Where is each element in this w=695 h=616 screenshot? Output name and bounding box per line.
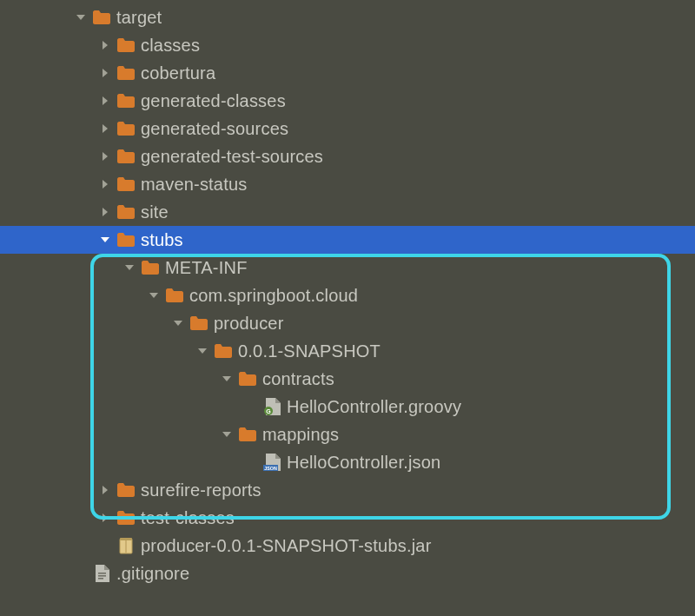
- file-icon: [92, 564, 111, 583]
- tree-row[interactable]: producer-0.0.1-SNAPSHOT-stubs.jar: [0, 532, 695, 560]
- folder-icon: [92, 8, 111, 27]
- jar-icon: [116, 536, 136, 555]
- groovy-icon: G: [262, 397, 281, 416]
- chevron-down-icon[interactable]: [73, 10, 89, 25]
- tree-item-label: target: [116, 8, 162, 28]
- chevron-right-icon[interactable]: [97, 482, 113, 498]
- tree-item-label: generated-sources: [141, 119, 288, 139]
- folder-icon: [116, 119, 136, 138]
- json-icon: JSON: [262, 453, 281, 472]
- tree-row[interactable]: producer: [0, 309, 695, 337]
- tree-item-label: maven-status: [141, 175, 247, 195]
- tree-row[interactable]: GHelloController.groovy: [0, 393, 695, 421]
- tree-item-label: HelloController.json: [287, 453, 440, 473]
- tree-row[interactable]: com.springboot.cloud: [0, 282, 695, 309]
- tree-item-label: 0.0.1-SNAPSHOT: [238, 341, 381, 361]
- svg-rect-8: [98, 575, 106, 577]
- svg-rect-7: [98, 573, 106, 574]
- svg-rect-6: [125, 540, 127, 553]
- chevron-down-icon[interactable]: [195, 343, 210, 359]
- folder-icon: [116, 480, 136, 500]
- tree-item-label: META-INF: [165, 258, 248, 278]
- folder-icon: [116, 63, 136, 83]
- tree-item-label: stubs: [141, 230, 183, 250]
- svg-text:JSON: JSON: [264, 466, 277, 471]
- tree-item-label: contracts: [262, 369, 334, 389]
- svg-text:G: G: [266, 408, 271, 414]
- folder-icon: [116, 36, 136, 55]
- tree-item-label: surefire-reports: [141, 480, 261, 500]
- tree-item-label: generated-test-sources: [141, 147, 323, 167]
- folder-icon: [214, 341, 233, 361]
- tree-row[interactable]: META-INF: [0, 254, 695, 282]
- chevron-right-icon[interactable]: [97, 37, 113, 53]
- chevron-right-icon[interactable]: [97, 121, 113, 136]
- tree-row[interactable]: generated-sources: [0, 115, 695, 142]
- tree-row[interactable]: classes: [0, 31, 695, 59]
- tree-row[interactable]: JSONHelloController.json: [0, 448, 695, 476]
- folder-icon: [165, 286, 184, 305]
- folder-icon: [116, 508, 136, 527]
- tree-item-label: cobertura: [141, 63, 215, 83]
- tree-item-label: classes: [141, 36, 200, 56]
- tree-item-label: producer: [214, 314, 284, 334]
- project-tree: targetclassescoberturagenerated-classesg…: [0, 0, 695, 587]
- tree-row[interactable]: .gitignore: [0, 560, 695, 587]
- folder-icon: [116, 230, 136, 249]
- chevron-down-icon[interactable]: [97, 232, 113, 248]
- folder-icon: [238, 369, 257, 388]
- tree-item-label: com.springboot.cloud: [189, 286, 358, 306]
- tree-row[interactable]: 0.0.1-SNAPSHOT: [0, 337, 695, 365]
- folder-icon: [116, 91, 136, 110]
- tree-item-label: test-classes: [141, 508, 235, 528]
- chevron-down-icon[interactable]: [219, 427, 235, 442]
- chevron-right-icon[interactable]: [97, 176, 113, 192]
- chevron-down-icon[interactable]: [122, 260, 137, 275]
- tree-row[interactable]: generated-classes: [0, 87, 695, 115]
- folder-icon: [238, 425, 257, 444]
- folder-icon: [141, 258, 160, 277]
- chevron-down-icon[interactable]: [219, 371, 235, 387]
- tree-row[interactable]: test-classes: [0, 504, 695, 532]
- svg-rect-9: [98, 578, 103, 580]
- tree-row[interactable]: stubs: [0, 226, 695, 254]
- tree-item-label: site: [141, 202, 169, 222]
- tree-row[interactable]: surefire-reports: [0, 476, 695, 504]
- chevron-right-icon[interactable]: [97, 65, 113, 81]
- tree-row[interactable]: contracts: [0, 365, 695, 393]
- tree-row[interactable]: target: [0, 3, 695, 31]
- tree-row[interactable]: generated-test-sources: [0, 142, 695, 170]
- folder-icon: [116, 175, 136, 194]
- folder-icon: [116, 202, 136, 222]
- tree-item-label: producer-0.0.1-SNAPSHOT-stubs.jar: [141, 536, 432, 556]
- tree-row[interactable]: mappings: [0, 421, 695, 448]
- tree-item-label: mappings: [262, 425, 339, 445]
- folder-icon: [189, 314, 208, 333]
- chevron-right-icon[interactable]: [97, 204, 113, 220]
- chevron-right-icon[interactable]: [97, 149, 113, 164]
- chevron-down-icon[interactable]: [146, 288, 162, 303]
- tree-row[interactable]: cobertura: [0, 59, 695, 87]
- tree-row[interactable]: maven-status: [0, 170, 695, 198]
- tree-row[interactable]: site: [0, 198, 695, 226]
- chevron-right-icon[interactable]: [97, 510, 113, 526]
- tree-item-label: HelloController.groovy: [287, 397, 461, 417]
- folder-icon: [116, 147, 136, 166]
- tree-item-label: generated-classes: [141, 91, 286, 111]
- svg-rect-5: [120, 538, 132, 540]
- chevron-down-icon[interactable]: [170, 315, 186, 331]
- chevron-right-icon[interactable]: [97, 93, 113, 109]
- tree-item-label: .gitignore: [116, 564, 189, 584]
